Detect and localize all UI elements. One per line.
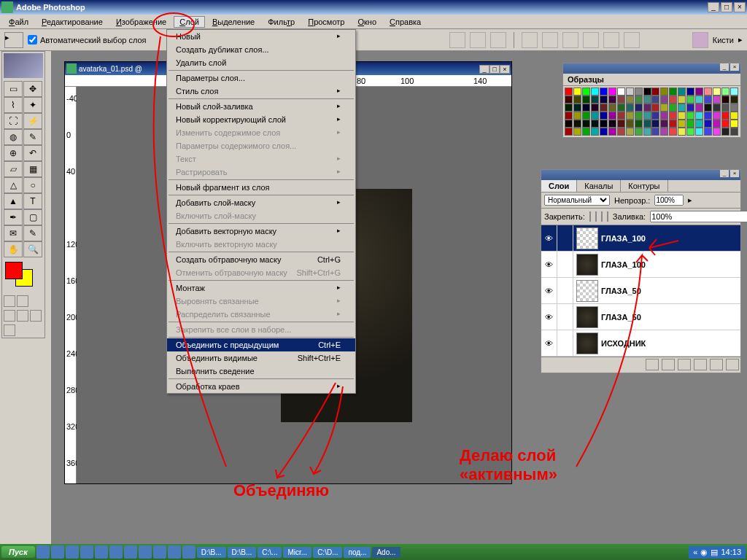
shape-tool[interactable]: ▢: [23, 209, 42, 225]
quicklaunch-icon[interactable]: [51, 545, 64, 559]
panel-close-icon[interactable]: ×: [730, 170, 739, 177]
quicklaunch-icon[interactable]: [168, 545, 181, 559]
brushes-label[interactable]: Кисти: [713, 36, 734, 44]
menu-view[interactable]: Просмотр: [302, 16, 350, 28]
swatch[interactable]: [591, 104, 599, 112]
swatch[interactable]: [660, 96, 668, 104]
brush-icon[interactable]: [692, 32, 708, 48]
swatch[interactable]: [660, 104, 668, 112]
swatch[interactable]: [600, 112, 608, 120]
swatch[interactable]: [686, 96, 694, 104]
swatch[interactable]: [704, 88, 712, 96]
swatch[interactable]: [713, 120, 721, 128]
swatch[interactable]: [565, 88, 573, 96]
swatch[interactable]: [635, 88, 643, 96]
swatch[interactable]: [678, 104, 686, 112]
swatch[interactable]: [651, 128, 659, 136]
lasso-tool[interactable]: ⌇: [4, 97, 23, 113]
swatch[interactable]: [643, 120, 651, 128]
zoom-tool[interactable]: 🔍: [23, 241, 42, 257]
tab-channels[interactable]: Каналы: [577, 180, 621, 192]
swatch[interactable]: [704, 128, 712, 136]
distribute-icon[interactable]: [583, 32, 599, 48]
swatch[interactable]: [643, 96, 651, 104]
swatch[interactable]: [660, 128, 668, 136]
swatch[interactable]: [591, 88, 599, 96]
swatch[interactable]: [565, 128, 573, 136]
swatch[interactable]: [635, 96, 643, 104]
swatch[interactable]: [686, 88, 694, 96]
tray-icon[interactable]: ◉: [700, 548, 708, 557]
menu-file[interactable]: Файл: [3, 16, 34, 28]
swatch[interactable]: [600, 88, 608, 96]
tray-icon[interactable]: «: [693, 548, 697, 556]
align-icon[interactable]: [449, 32, 465, 48]
swatch[interactable]: [608, 96, 616, 104]
swatch[interactable]: [669, 128, 677, 136]
swatch[interactable]: [617, 96, 625, 104]
swatch[interactable]: [582, 120, 590, 128]
quicklaunch-icon[interactable]: [153, 545, 166, 559]
distribute-icon[interactable]: [603, 32, 619, 48]
standard-mode-icon[interactable]: [4, 295, 15, 307]
taskbar-item[interactable]: под...: [344, 547, 371, 558]
swatch[interactable]: [582, 112, 590, 120]
quickmask-mode-icon[interactable]: [17, 295, 28, 307]
link-cell[interactable]: [557, 330, 573, 356]
visibility-icon[interactable]: 👁: [541, 278, 557, 303]
swatch[interactable]: [721, 128, 729, 136]
quicklaunch-icon[interactable]: [182, 545, 196, 559]
swatch[interactable]: [730, 112, 738, 120]
swatch[interactable]: [573, 112, 581, 120]
chevron-icon[interactable]: ▸: [688, 195, 692, 205]
swatch[interactable]: [608, 120, 616, 128]
menu-select[interactable]: Выделение: [206, 16, 260, 28]
menu-item[interactable]: Новый: [167, 30, 355, 43]
visibility-icon[interactable]: 👁: [541, 252, 557, 277]
menu-edit[interactable]: Редактирование: [36, 16, 109, 28]
stamp-tool[interactable]: ⊕: [4, 145, 23, 161]
tab-layers[interactable]: Слои: [541, 180, 577, 192]
swatch[interactable]: [565, 96, 573, 104]
swatch[interactable]: [678, 96, 686, 104]
quicklaunch-icon[interactable]: [66, 545, 79, 559]
menu-item[interactable]: Объединить с предыдущимCtrl+E: [167, 338, 355, 351]
swatch[interactable]: [686, 112, 694, 120]
swatch[interactable]: [626, 88, 634, 96]
swatch[interactable]: [651, 120, 659, 128]
type-tool[interactable]: T: [23, 193, 42, 209]
swatch[interactable]: [660, 88, 668, 96]
swatch[interactable]: [573, 128, 581, 136]
auto-select-checkbox[interactable]: Автоматический выбор слоя: [28, 35, 147, 44]
quicklaunch-icon[interactable]: [36, 545, 50, 559]
panel-minimize-icon[interactable]: _: [720, 63, 729, 71]
swatch[interactable]: [617, 120, 625, 128]
swatch[interactable]: [704, 120, 712, 128]
quicklaunch-icon[interactable]: [80, 545, 93, 559]
swatch[interactable]: [730, 104, 738, 112]
swatch[interactable]: [695, 112, 703, 120]
swatch[interactable]: [617, 112, 625, 120]
panel-close-icon[interactable]: ×: [730, 63, 739, 71]
slice-tool[interactable]: ⚡: [23, 113, 42, 129]
swatch[interactable]: [635, 104, 643, 112]
taskbar-item[interactable]: C:\...: [258, 547, 282, 558]
swatch[interactable]: [713, 88, 721, 96]
quicklaunch-icon[interactable]: [139, 545, 152, 559]
swatch[interactable]: [591, 128, 599, 136]
doc-maximize-button[interactable]: □: [489, 65, 500, 74]
swatch[interactable]: [635, 120, 643, 128]
swatch[interactable]: [704, 96, 712, 104]
swatch[interactable]: [686, 120, 694, 128]
heal-tool[interactable]: ◍: [4, 129, 23, 145]
swatch[interactable]: [573, 88, 581, 96]
menu-item[interactable]: Новый фрагмент из слоя: [167, 181, 355, 194]
menu-item[interactable]: Параметры слоя...: [167, 71, 355, 85]
swatch[interactable]: [721, 88, 729, 96]
menu-help[interactable]: Справка: [384, 16, 427, 28]
link-cell[interactable]: [557, 304, 573, 330]
swatch[interactable]: [721, 112, 729, 120]
visibility-icon[interactable]: 👁: [541, 304, 557, 330]
swatch[interactable]: [626, 128, 634, 136]
swatch[interactable]: [626, 104, 634, 112]
